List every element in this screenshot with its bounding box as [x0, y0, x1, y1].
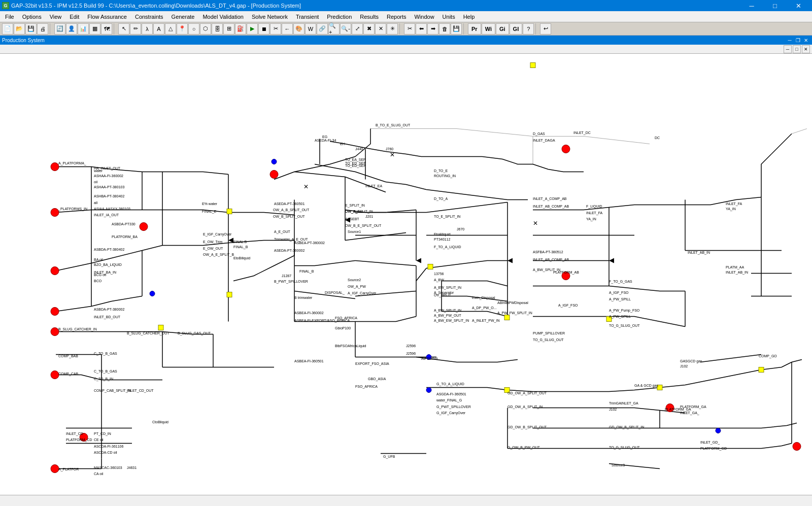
label-platform-cd: PLATFORM_CD — [66, 438, 92, 442]
toolbar-db[interactable]: 🗄 — [212, 23, 223, 35]
sep4 — [463, 23, 466, 35]
toolbar-x2[interactable]: ✕ — [375, 23, 386, 35]
sep3 — [399, 23, 402, 35]
label-asbda: ASBDA-PT330 — [112, 222, 136, 226]
inner-restore[interactable]: □ — [793, 45, 801, 53]
toolbar-recalc[interactable]: 🔄 — [54, 23, 65, 35]
toolbar-a[interactable]: A — [153, 23, 164, 35]
toolbar-link[interactable]: 🔗 — [317, 23, 328, 35]
toolbar-cut[interactable]: ✂ — [404, 23, 415, 35]
menu-generate[interactable]: Generate — [167, 11, 199, 22]
toolbar-stop[interactable]: ⏹ — [258, 23, 269, 35]
label-asfba-pt: ASFBA-PT-380512 — [533, 250, 563, 254]
diagram-canvas[interactable]: ✕ ✕ ✕ B_TO_E_SLUG_OUT INLET_DC DC EG EH — [0, 54, 812, 495]
label-gd-ow-a: GD_OW_A_SPLIT_IN — [507, 405, 543, 409]
label-ascda-cd: ASCDA-CD oil — [94, 451, 117, 454]
toolbar-circle[interactable]: ○ — [188, 23, 199, 35]
label-asbda-2: ASBDA-PT-380402 — [94, 248, 124, 251]
menu-reports[interactable]: Reports — [383, 11, 411, 22]
label-ashaa-fi: ASHAA-FI-360002 — [94, 174, 123, 178]
menu-window[interactable]: Window — [410, 11, 438, 22]
inner-close[interactable]: ✕ — [802, 45, 810, 53]
toolbar-gi2[interactable]: GI — [510, 23, 523, 35]
titlebar-controls: ─ □ ✕ — [740, 0, 810, 11]
toolbar-pump[interactable]: ⛽ — [235, 23, 246, 35]
toolbar-zoom-out[interactable]: 🔍- — [340, 23, 351, 35]
menu-prediction[interactable]: Prediction — [323, 11, 356, 22]
label-inlet-gd: INLET_GD_ — [700, 441, 720, 445]
toolbar-save[interactable]: 💾 — [25, 23, 37, 35]
toolbar-grid[interactable]: ⊞ — [223, 23, 234, 35]
menu-units[interactable]: Units — [438, 11, 459, 22]
menu-file[interactable]: File — [1, 11, 18, 22]
toolbar-node[interactable]: ⬡ — [200, 23, 211, 35]
mdi-minimize[interactable]: ─ — [786, 36, 794, 44]
menu-edit[interactable]: Edit — [65, 11, 83, 22]
inner-minimize[interactable]: ─ — [784, 45, 792, 53]
menu-help[interactable]: Help — [459, 11, 479, 22]
toolbar-help[interactable]: ? — [523, 23, 534, 35]
close-button[interactable]: ✕ — [787, 0, 810, 11]
toolbar-graph[interactable]: 📊 — [78, 23, 89, 35]
toolbar-print[interactable]: 🖨 — [37, 23, 48, 35]
menu-flow-assurance[interactable]: Flow Assurance — [83, 11, 131, 22]
mdi-restore[interactable]: ❐ — [794, 36, 802, 44]
toolbar-play[interactable]: ▶ — [247, 23, 258, 35]
label-a-sep: A_Separator — [434, 291, 454, 295]
toolbar-pr[interactable]: Pr — [468, 23, 481, 35]
toolbar-wi[interactable]: Wi — [482, 23, 495, 35]
toolbar-pin[interactable]: 📍 — [177, 23, 188, 35]
label-comp-cab-split: COMP_CAB_SPLIT_IN — [94, 389, 131, 393]
label-b-pwt: B_PWT_SPILLOVER — [274, 280, 308, 284]
label-gbo-asia: GBO_ASIA — [368, 377, 386, 381]
menu-model-validation[interactable]: Model Validation — [198, 11, 248, 22]
menu-transient[interactable]: Transient — [292, 11, 323, 22]
label-g-pwt-spillover: G_PWT_SPILLOVER — [436, 405, 471, 409]
toolbar-zoom-fit[interactable]: ⤢ — [352, 23, 363, 35]
toolbar-color[interactable]: 🎨 — [293, 23, 304, 35]
label-final-b: FINAL_B — [299, 269, 314, 274]
label-j760: J760 — [386, 147, 393, 151]
label-platform-ba: PLATFORM_BA — [112, 235, 138, 239]
toolbar-new[interactable]: 📄 — [2, 23, 13, 35]
menu-constraints[interactable]: Constraints — [131, 11, 167, 22]
label-ow-a-e-cut: Trimwater_A_E_OUT — [274, 238, 308, 242]
toolbar-person[interactable]: 👤 — [66, 23, 77, 35]
menu-solve-network[interactable]: Solve Network — [248, 11, 292, 22]
toolbar-well[interactable]: W — [305, 23, 316, 35]
toolbar-undo[interactable]: ↩ — [540, 23, 551, 35]
toolbar-arrow[interactable]: ← — [282, 23, 293, 35]
mdi-close[interactable]: ✕ — [802, 36, 810, 44]
toolbar-move-left[interactable]: ⬅ — [416, 23, 427, 35]
toolbar-open[interactable]: 📂 — [14, 23, 25, 35]
toolbar-magnify[interactable]: 🔍+ — [328, 23, 340, 35]
toolbar-move-right[interactable]: ➡ — [427, 23, 438, 35]
toolbar-star[interactable]: ✳ — [387, 23, 398, 35]
menu-results[interactable]: Results — [356, 11, 383, 22]
menu-options[interactable]: Options — [18, 11, 46, 22]
toolbar-map[interactable]: 🗺 — [101, 23, 112, 35]
toolbar-cursor[interactable]: ↖ — [118, 23, 129, 35]
label-ow-a-b-split-2: OW_B_SPLIT_OUT — [273, 215, 305, 219]
toolbar-lambda[interactable]: λ — [142, 23, 153, 35]
toolbar-scissors[interactable]: ✂ — [270, 23, 281, 35]
maximize-button[interactable]: □ — [763, 0, 787, 11]
toolbar-table[interactable]: ▦ — [89, 23, 100, 35]
toolbar-x-cancel[interactable]: ✖ — [363, 23, 375, 35]
toolbar-gi[interactable]: Gi — [496, 23, 509, 35]
label-platform-gd: PLATFORM_GD — [700, 447, 727, 451]
label-inlet-d: INLET_DAGA — [533, 139, 555, 143]
label-ya-in: YA_IN — [586, 217, 596, 221]
label-final-e: FINAL_E — [202, 210, 217, 214]
label-j670: J670 — [457, 227, 464, 231]
toolbar-save2[interactable]: 💾 — [451, 23, 462, 35]
toolbar-triangle[interactable]: △ — [165, 23, 176, 35]
node-junction-g2 — [530, 63, 535, 68]
node-platform-da — [562, 145, 570, 153]
label-bw-split: A_BW_SPLIT_IN — [434, 286, 461, 290]
minimize-button[interactable]: ─ — [740, 0, 763, 11]
toolbar-del[interactable]: 🗑 — [439, 23, 450, 35]
menu-view[interactable]: View — [46, 11, 66, 22]
label-e-split: OW_B_SPLIT_IN — [345, 210, 373, 214]
toolbar-pen[interactable]: ✏ — [130, 23, 141, 35]
